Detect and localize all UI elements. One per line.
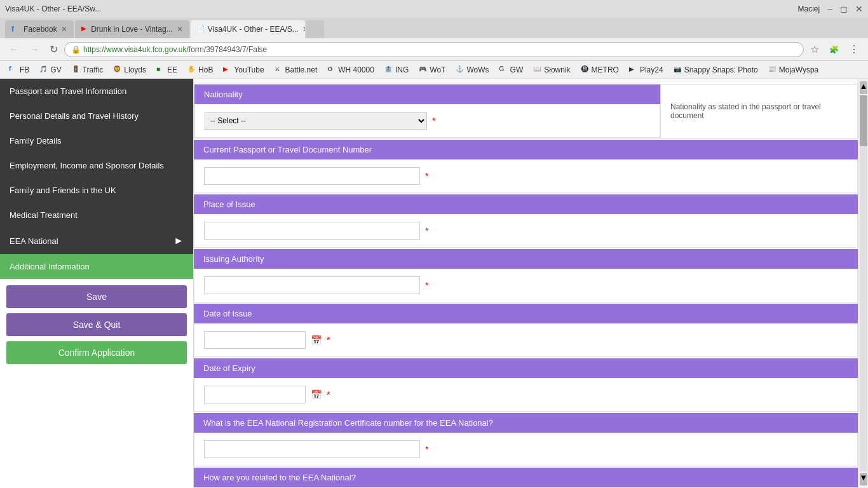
- bookmark-wh[interactable]: ⚙ WH 40000: [323, 64, 378, 76]
- passport-number-section: Current Passport or Travel Document Numb…: [194, 140, 858, 193]
- tab-youtube[interactable]: ▶ Drunk in Love - Vintag... ✕: [75, 20, 189, 38]
- sidebar-item-medical[interactable]: Medical Treatment: [0, 203, 193, 227]
- place-of-issue-section: Place of Issue *: [194, 194, 858, 248]
- sidebar-item-personal[interactable]: Personal Details and Travel History: [0, 104, 193, 128]
- bookmark-youtube[interactable]: ▶ YouTube: [219, 64, 268, 76]
- bookmark-gw[interactable]: G GW: [496, 64, 527, 76]
- sidebar-item-additional[interactable]: Additional Information: [0, 254, 193, 279]
- traffic-icon: 🚦: [72, 65, 81, 74]
- bookmark-battle[interactable]: ⚔ Battle.net: [271, 64, 322, 76]
- tab-facebook-close[interactable]: ✕: [61, 25, 67, 34]
- scrollbar-thumb[interactable]: [860, 95, 867, 146]
- bookmark-ing[interactable]: 🏦 ING: [381, 64, 412, 76]
- wh-icon: ⚙: [327, 65, 336, 74]
- sidebar-family-label: Family Details: [10, 136, 62, 146]
- extensions-button[interactable]: 🧩: [825, 44, 843, 55]
- tab-facebook[interactable]: f Facebook ✕: [5, 20, 74, 38]
- bookmark-mojawyspa[interactable]: 📰 MojaWyspa: [764, 64, 823, 76]
- slownik-icon: 📖: [533, 65, 542, 74]
- date-of-expiry-section: Date of Expiry 📅 *: [194, 358, 858, 412]
- date-of-expiry-input[interactable]: [204, 386, 306, 403]
- restore-button[interactable]: ◻: [840, 4, 848, 14]
- scrollbar-up[interactable]: ▲: [860, 81, 867, 94]
- sidebar-buttons: Save Save & Quit Confirm Application: [0, 279, 193, 370]
- place-of-issue-input[interactable]: [204, 222, 420, 240]
- bookmark-gv[interactable]: 🎵 GV: [36, 64, 65, 76]
- bookmark-traffic[interactable]: 🚦 Traffic: [68, 64, 107, 76]
- issuing-authority-input[interactable]: [204, 276, 420, 294]
- sidebar: Passport and Travel Information Personal…: [0, 79, 194, 488]
- sidebar-item-family[interactable]: Family Details: [0, 128, 193, 153]
- save-button[interactable]: Save: [6, 285, 187, 308]
- passport-number-body: *: [194, 159, 858, 193]
- scrollbar-track[interactable]: [860, 95, 867, 471]
- tab-visa[interactable]: 📄 Visa4UK - Other - EEA/S... ✕: [191, 20, 305, 38]
- date-of-expiry-label: Date of Expiry: [194, 358, 858, 378]
- sidebar-item-family-friends[interactable]: Family and Friends in the UK: [0, 178, 193, 203]
- place-of-issue-body: *: [194, 214, 858, 248]
- wows-icon: ⚓: [456, 65, 465, 74]
- minimize-button[interactable]: –: [827, 4, 832, 14]
- sidebar-item-employment[interactable]: Employment, Income and Sponsor Details: [0, 153, 193, 178]
- youtube-tab-icon: ▶: [81, 25, 88, 34]
- bookmark-lloyds[interactable]: 🦁 Lloyds: [109, 64, 150, 76]
- tab-youtube-close[interactable]: ✕: [177, 25, 183, 34]
- nationality-select[interactable]: -- Select --: [205, 112, 427, 130]
- active-tab-title: Visa4UK - Other - EEA/Sw...: [5, 4, 101, 13]
- wot-icon: 🎮: [419, 65, 428, 74]
- hob-icon: ✋: [187, 65, 196, 74]
- nationality-left: Nationality -- Select -- *: [194, 85, 660, 138]
- date-of-issue-calendar-icon[interactable]: 📅: [311, 335, 322, 345]
- date-of-expiry-required: *: [327, 390, 330, 400]
- eea-cert-input[interactable]: [204, 440, 420, 458]
- date-of-expiry-body: 📅 *: [194, 378, 858, 412]
- sidebar-item-passport[interactable]: Passport and Travel Information: [0, 79, 193, 104]
- sidebar-item-eea[interactable]: EEA National ►: [0, 227, 193, 254]
- passport-number-input[interactable]: [204, 167, 420, 185]
- place-of-issue-label: Place of Issue: [194, 194, 858, 214]
- sidebar-family-friends-label: Family and Friends in the UK: [10, 186, 116, 195]
- reload-button[interactable]: ↻: [46, 42, 62, 57]
- bookmark-ee[interactable]: ■ EE: [153, 64, 181, 76]
- nationality-body: -- Select -- *: [194, 104, 660, 138]
- snappy-icon: 📷: [674, 65, 682, 74]
- issuing-authority-section: Issuing Authority *: [194, 249, 858, 302]
- bookmark-fb[interactable]: f FB: [5, 64, 33, 76]
- bookmark-hob[interactable]: ✋ HoB: [184, 64, 217, 76]
- save-quit-button[interactable]: Save & Quit: [6, 313, 187, 336]
- close-button[interactable]: ✕: [855, 4, 863, 14]
- scrollbar[interactable]: ▲ ▼: [858, 79, 868, 488]
- gv-icon: 🎵: [39, 65, 48, 74]
- tab-visa-close[interactable]: ✕: [302, 25, 305, 34]
- bookmark-play24[interactable]: ▶ Play24: [625, 64, 667, 76]
- bookmark-star[interactable]: ☆: [806, 42, 823, 57]
- sidebar-medical-label: Medical Treatment: [10, 210, 78, 220]
- confirm-button[interactable]: Confirm Application: [6, 341, 187, 364]
- bookmark-metro[interactable]: 🚇 METRO: [577, 64, 623, 76]
- address-url[interactable]: https://www.visa4uk.fco.gov.uk/form/3978…: [83, 45, 267, 54]
- date-of-issue-label: Date of Issue: [194, 304, 858, 323]
- date-of-issue-input[interactable]: [204, 331, 306, 349]
- scrollbar-down[interactable]: ▼: [860, 473, 867, 485]
- bookmark-wot[interactable]: 🎮 WoT: [415, 64, 449, 76]
- back-button[interactable]: ←: [5, 43, 23, 57]
- sidebar-passport-label: Passport and Travel Information: [10, 86, 126, 96]
- forward-button[interactable]: →: [25, 43, 43, 57]
- sidebar-additional-label: Additional Information: [10, 262, 90, 271]
- ee-icon: ■: [156, 65, 165, 74]
- bookmark-snappy[interactable]: 📷 Snappy Snaps: Photo: [670, 64, 762, 76]
- date-of-issue-required: *: [327, 335, 330, 345]
- gw-icon: G: [499, 65, 508, 74]
- bookmark-wows[interactable]: ⚓ WoWs: [452, 64, 492, 76]
- sidebar-employment-label: Employment, Income and Sponsor Details: [10, 161, 164, 170]
- bookmark-slownik[interactable]: 📖 Słownik: [529, 64, 574, 76]
- battle-icon: ⚔: [275, 65, 283, 74]
- lock-icon: 🔒: [71, 45, 81, 54]
- fb-icon: f: [9, 65, 18, 74]
- menu-button[interactable]: ⋮: [845, 42, 863, 57]
- sidebar-eea-label: EEA National: [10, 236, 58, 246]
- issuing-authority-body: *: [194, 269, 858, 302]
- date-of-expiry-calendar-icon[interactable]: 📅: [311, 390, 322, 400]
- play24-icon: ▶: [629, 65, 638, 74]
- new-tab[interactable]: [306, 20, 324, 38]
